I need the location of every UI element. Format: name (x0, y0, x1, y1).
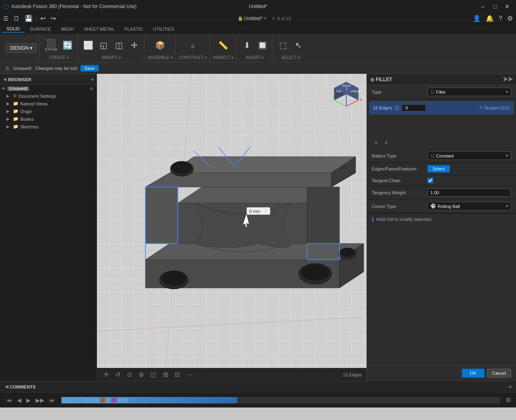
close-tab-button[interactable]: ✕ (263, 16, 267, 21)
maximize-button[interactable]: □ (489, 1, 501, 12)
remove-edge-button[interactable]: × (382, 139, 390, 147)
timeline-track[interactable] (61, 397, 501, 403)
help-icon[interactable]: ? (497, 14, 504, 23)
settings-icon[interactable]: ⚙ (505, 14, 514, 23)
add-edge-button[interactable]: + (372, 139, 380, 147)
tab-surface[interactable]: SURFACE (25, 26, 56, 32)
ok-button[interactable]: OK (462, 369, 484, 378)
measurement-popup[interactable]: 0 mm ⋮ (246, 207, 270, 215)
create-extrude-button[interactable]: ⬛ Extrude (43, 38, 59, 52)
viewcube[interactable]: FRONT TOP RIGHT X Y Z (330, 78, 362, 110)
zoom-fit-icon[interactable]: ⊙ (125, 370, 134, 379)
timeline-item-6[interactable] (112, 398, 116, 403)
inspect-label: INSPECT ▾ (213, 55, 234, 61)
comments-title: COMMENTS (10, 384, 36, 389)
modify-fillet[interactable]: ◱ (96, 40, 111, 50)
assemble-new-component[interactable]: 📦 (153, 40, 167, 50)
timeline-item-8[interactable] (123, 398, 128, 403)
close-button[interactable]: ✕ (501, 1, 513, 12)
timeline-item-5[interactable] (106, 398, 111, 403)
tangency-weight-input[interactable] (428, 189, 511, 197)
grid-settings-icon[interactable]: ⊟ (173, 370, 181, 379)
edges-value-input[interactable] (402, 104, 426, 111)
fillet-icon: ◱ (100, 41, 107, 49)
more-settings-icon[interactable]: ⋯ (185, 370, 194, 379)
corner-type-value: Rolling Ball (438, 204, 460, 209)
select-group: ⬚ ↖ SELECT ▾ (273, 36, 308, 61)
tab-mesh[interactable]: MESH (56, 26, 79, 32)
save-button[interactable]: 💾 (23, 14, 34, 23)
new-component-icon: 📦 (155, 41, 165, 49)
browser-item-bodies[interactable]: ▶ 📁 Bodies (0, 115, 97, 123)
cancel-button[interactable]: Cancel (487, 369, 511, 378)
measure-expand-icon[interactable]: ⋮ (263, 208, 267, 214)
insert-mesh[interactable]: 🔲 (255, 40, 270, 50)
undo-button[interactable]: ↩ (39, 14, 47, 23)
app-menu-button[interactable]: ☰ (2, 15, 10, 23)
construct-plane[interactable]: ⬦ (185, 40, 200, 50)
anim-end-button[interactable]: ⏭ (48, 396, 57, 404)
design-dropdown-button[interactable]: DESIGN ▾ (6, 43, 37, 53)
notifications-icon[interactable]: 🔔 (484, 14, 495, 23)
new-button[interactable]: 🗋 (12, 14, 21, 23)
new-tab-button[interactable]: ＋ (271, 15, 276, 22)
select-window[interactable]: ⬚ (276, 40, 290, 50)
svg-text:Z: Z (345, 87, 348, 91)
radius-dropdown-arrow-icon: ▾ (506, 153, 508, 158)
pin-panel-icon[interactable]: ⮞⮞ (503, 77, 513, 82)
timeline-item-1[interactable] (83, 398, 88, 403)
tab-sheet-metal[interactable]: SHEET METAL (79, 26, 119, 32)
modify-chamfer[interactable]: ◫ (112, 40, 126, 50)
tangent-g1-button[interactable]: ↗ Tangent (G1) (479, 105, 510, 111)
timeline-settings-button[interactable]: ⚙ (505, 396, 511, 404)
create-revolve-button[interactable]: 🔄 (60, 40, 75, 50)
type-dropdown[interactable]: ◱ Fillet ▾ (428, 88, 511, 96)
inspect-measure[interactable]: 📏 (216, 40, 231, 50)
anim-prev-button[interactable]: ◀ (15, 396, 23, 404)
anim-start-button[interactable]: ⏮ (5, 396, 14, 404)
corner-dropdown-arrow-icon: ▾ (506, 204, 508, 209)
timeline-item-2[interactable] (89, 398, 94, 403)
account-icon[interactable]: 👤 (471, 14, 482, 23)
anim-next-button[interactable]: ▶▶ (34, 396, 46, 404)
anim-play-button[interactable]: ▶ (25, 396, 32, 404)
tangent-chain-checkbox[interactable] (428, 178, 433, 183)
timeline-item-7[interactable] (117, 398, 122, 403)
tangency-weight-label: Tangency Weight (372, 190, 424, 195)
panel-footer: OK Cancel (367, 365, 516, 381)
display-settings-icon[interactable]: ◫ (149, 370, 158, 379)
browser-item-unsaved[interactable]: 👁 (Unsaved) ⚙ (0, 85, 97, 92)
modify-move[interactable]: ✛ (127, 40, 141, 50)
zoom-window-icon[interactable]: ⊕ (137, 370, 145, 379)
pan-icon[interactable]: ✛ (102, 370, 110, 379)
viewport[interactable]: 0 mm ⋮ FRONT TOP RIGHT X Y Z (97, 74, 366, 381)
save-notification-button[interactable]: Save (80, 65, 99, 71)
info-row: ℹ Hold Ctrl to modify selection (367, 213, 516, 225)
tab-solid[interactable]: SOLID (2, 25, 25, 33)
browser-item-origin[interactable]: ▶ 📁 Origin (0, 107, 97, 115)
insert-derive[interactable]: ⬇ (240, 40, 254, 50)
orbit-icon[interactable]: ↺ (114, 370, 122, 379)
grid-icon[interactable]: ⊞ (161, 370, 170, 379)
select-cursor[interactable]: ↖ (291, 40, 305, 50)
cursor-icon: ↖ (295, 41, 302, 49)
browser-collapse-icon[interactable]: ◂ (91, 77, 93, 82)
comments-expand-icon[interactable]: ◂ (509, 384, 511, 389)
unsaved-label: Unsaved: (13, 66, 32, 71)
tab-utilities[interactable]: UTILITIES (148, 26, 179, 32)
modify-press-pull[interactable]: ⬜ (81, 40, 95, 50)
minimize-button[interactable]: – (477, 1, 489, 12)
browser-item-sketches[interactable]: ▶ 📁 Sketches (0, 123, 97, 130)
select-edges-button[interactable]: Select (428, 165, 450, 172)
radius-type-dropdown[interactable]: ◱ Constant ▾ (428, 151, 511, 160)
browser-item-settings[interactable]: ▶ ⚙ Document Settings (0, 92, 97, 100)
timeline-item-4[interactable] (100, 398, 105, 403)
tab-plastic[interactable]: PLASTIC (120, 26, 148, 32)
timeline-item-3[interactable] (95, 398, 99, 403)
browser-item-named-views[interactable]: ▶ 📁 Named Views (0, 100, 97, 107)
corner-type-dropdown[interactable]: ⚽ Rolling Ball ▾ (428, 202, 511, 210)
measure-value: 0 mm (249, 209, 261, 214)
svg-line-28 (346, 100, 358, 106)
redo-button[interactable]: ↪ (49, 14, 57, 23)
edges-row[interactable]: 12 Edges ◱ ↗ Tangent (G1) (369, 101, 514, 114)
